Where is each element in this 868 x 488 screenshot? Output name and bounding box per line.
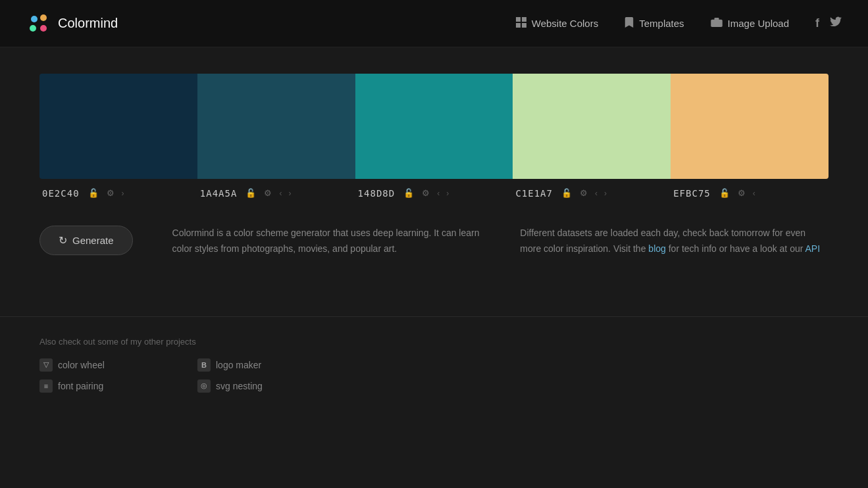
svg-nesting-label: svg nesting — [216, 381, 263, 391]
color-wheel-icon: ▽ — [39, 358, 53, 372]
footer-link-svg-nesting[interactable]: ◎ svg nesting — [197, 379, 329, 393]
hex-2: 1A4A5A — [200, 188, 238, 199]
svg-rect-6 — [516, 23, 521, 28]
color-actions-4: 🔓 ⚙ ‹ › — [559, 187, 608, 199]
chevron-right-3[interactable]: › — [445, 187, 450, 199]
swatch-5[interactable] — [671, 74, 829, 179]
nav-image-upload[interactable]: Image Upload — [711, 18, 789, 30]
nav-website-colors-label: Website Colors — [532, 18, 598, 29]
hex-4: C1E1A7 — [515, 188, 553, 199]
chevron-left-5[interactable]: ‹ — [752, 187, 757, 199]
adjust-btn-2[interactable]: ⚙ — [262, 187, 274, 199]
svg-point-2 — [30, 25, 36, 32]
color-label-1: 0E2C40 🔓 ⚙ › — [39, 187, 197, 199]
swatch-1[interactable] — [39, 74, 197, 179]
divider — [0, 316, 868, 317]
color-actions-1: 🔓 ⚙ › — [86, 187, 126, 199]
facebook-link[interactable]: f — [815, 16, 819, 30]
color-label-2: 1A4A5A 🔓 ⚙ ‹ › — [197, 187, 355, 199]
bookmark-icon — [625, 17, 634, 30]
svg-nesting-icon: ◎ — [197, 379, 211, 393]
lock-btn-5[interactable]: 🔓 — [717, 187, 732, 199]
refresh-icon: ↻ — [59, 234, 67, 247]
api-link[interactable]: API — [805, 243, 821, 254]
footer-link-font-pairing[interactable]: ≡ font pairing — [39, 379, 171, 393]
nav-links: Website Colors Templates Image Upload — [516, 17, 789, 30]
logo-text: Colormind — [58, 16, 118, 31]
main-content: 0E2C40 🔓 ⚙ › 1A4A5A 🔓 ⚙ ‹ › 148D8D 🔓 ⚙ ‹ — [0, 47, 868, 283]
logo-maker-icon: B — [197, 358, 211, 372]
hex-5: EFBC75 — [673, 188, 711, 199]
font-pairing-label: font pairing — [58, 381, 103, 391]
grid-icon — [516, 17, 526, 30]
font-pairing-icon: ≡ — [39, 379, 53, 393]
color-actions-3: 🔓 ⚙ ‹ › — [401, 187, 450, 199]
color-actions-2: 🔓 ⚙ ‹ › — [243, 187, 292, 199]
hex-1: 0E2C40 — [42, 188, 80, 199]
adjust-btn-5[interactable]: ⚙ — [736, 187, 748, 199]
nav-website-colors[interactable]: Website Colors — [516, 17, 598, 30]
footer: Also check out some of my other projects… — [0, 337, 868, 419]
adjust-btn-1[interactable]: ⚙ — [105, 187, 116, 199]
lock-btn-3[interactable]: 🔓 — [401, 187, 416, 199]
svg-point-3 — [40, 25, 47, 32]
svg-rect-7 — [522, 23, 526, 28]
swatch-3[interactable] — [355, 74, 513, 179]
hex-3: 148D8D — [358, 188, 396, 199]
footer-link-color-wheel[interactable]: ▽ color wheel — [39, 358, 171, 372]
palette-labels: 0E2C40 🔓 ⚙ › 1A4A5A 🔓 ⚙ ‹ › 148D8D 🔓 ⚙ ‹ — [39, 187, 829, 199]
camera-icon — [711, 18, 723, 30]
generate-button[interactable]: ↻ Generate — [39, 226, 133, 255]
generate-label: Generate — [72, 235, 114, 246]
svg-rect-10 — [714, 18, 719, 20]
chevron-left-4[interactable]: ‹ — [594, 187, 599, 199]
svg-rect-4 — [516, 17, 521, 22]
chevron-left-3[interactable]: ‹ — [436, 187, 441, 199]
blog-link[interactable]: blog — [648, 243, 665, 254]
generate-section: ↻ Generate Colormind is a color scheme g… — [39, 226, 829, 257]
description-left-text: Colormind is a color scheme generator th… — [172, 228, 480, 254]
chevron-left-2[interactable]: ‹ — [278, 187, 283, 199]
color-palette — [39, 74, 829, 179]
lock-btn-4[interactable]: 🔓 — [559, 187, 574, 199]
description-right: Different datasets are loaded each day, … — [520, 226, 829, 257]
nav-image-upload-label: Image Upload — [728, 18, 789, 29]
color-label-5: EFBC75 🔓 ⚙ ‹ — [671, 187, 829, 199]
svg-rect-5 — [522, 17, 526, 22]
logo-maker-label: logo maker — [216, 360, 261, 370]
chevron-right-1[interactable]: › — [120, 187, 126, 199]
chevron-right-2[interactable]: › — [287, 187, 292, 199]
footer-title: Also check out some of my other projects — [39, 337, 829, 347]
nav-templates-label: Templates — [639, 18, 684, 29]
color-wheel-label: color wheel — [58, 360, 105, 370]
description-mid: for tech info or have a look at our — [669, 243, 805, 254]
svg-point-0 — [31, 16, 38, 22]
description-left: Colormind is a color scheme generator th… — [172, 226, 481, 257]
social-links: f — [815, 16, 842, 30]
nav-templates[interactable]: Templates — [625, 17, 684, 30]
chevron-right-4[interactable]: › — [603, 187, 608, 199]
navbar: Colormind Website Colors Templates Image… — [0, 0, 868, 47]
color-actions-5: 🔓 ⚙ ‹ — [717, 187, 757, 199]
adjust-btn-3[interactable]: ⚙ — [420, 187, 432, 199]
footer-link-logo-maker[interactable]: B logo maker — [197, 358, 329, 372]
svg-point-1 — [40, 14, 47, 21]
lock-btn-1[interactable]: 🔓 — [86, 187, 101, 199]
footer-links: ▽ color wheel B logo maker ≡ font pairin… — [39, 358, 829, 393]
logo[interactable]: Colormind — [26, 11, 118, 36]
color-label-4: C1E1A7 🔓 ⚙ ‹ › — [513, 187, 671, 199]
adjust-btn-4[interactable]: ⚙ — [578, 187, 590, 199]
twitter-link[interactable] — [830, 16, 842, 30]
color-label-3: 148D8D 🔓 ⚙ ‹ › — [355, 187, 513, 199]
swatch-2[interactable] — [197, 74, 355, 179]
lock-btn-2[interactable]: 🔓 — [243, 187, 258, 199]
logo-icon — [26, 11, 51, 36]
swatch-4[interactable] — [513, 74, 671, 179]
